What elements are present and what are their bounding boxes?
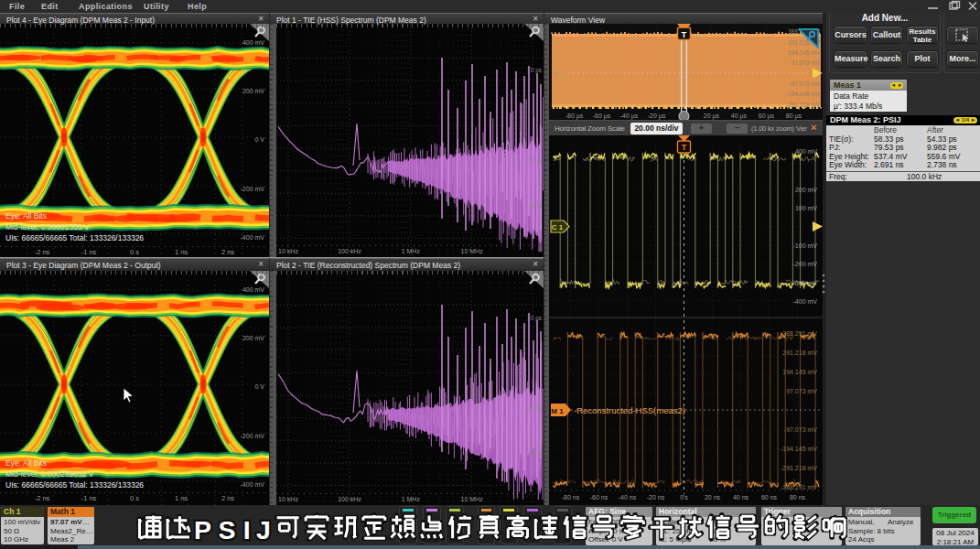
svg-text:291.218 mV: 291.218 mV bbox=[782, 350, 817, 356]
svg-text:C 1: C 1 bbox=[552, 223, 564, 231]
svg-text:400 mV: 400 mV bbox=[242, 39, 264, 46]
svg-text:Eye: All Bits: Eye: All Bits bbox=[5, 211, 47, 221]
svg-text:2 ns: 2 ns bbox=[221, 248, 234, 256]
svg-text:-200 mV: -200 mV bbox=[241, 433, 265, 439]
svg-text:Mid-level: 0.00001355 V: Mid-level: 0.00001355 V bbox=[5, 222, 90, 231]
svg-text:-200 mV: -200 mV bbox=[793, 261, 818, 267]
svg-text:97.073 mV: 97.073 mV bbox=[786, 388, 817, 394]
svg-text:J: J bbox=[256, 515, 271, 544]
svg-text:S: S bbox=[218, 515, 235, 544]
svg-text:1 MHz: 1 MHz bbox=[402, 248, 421, 254]
svg-text:0 V: 0 V bbox=[254, 136, 264, 143]
svg-text:388.291 mV: 388.291 mV bbox=[782, 330, 817, 337]
svg-text:-40 ns: -40 ns bbox=[619, 494, 637, 501]
svg-text:100 kHz: 100 kHz bbox=[338, 496, 361, 502]
svg-text:0 s: 0 s bbox=[130, 248, 139, 256]
svg-text:-194.145 mV: -194.145 mV bbox=[781, 446, 817, 452]
svg-text:10 kHz: 10 kHz bbox=[278, 248, 298, 254]
svg-text:100 kHz: 100 kHz bbox=[338, 248, 361, 254]
svg-text:1 ns: 1 ns bbox=[175, 494, 188, 502]
svg-text:-1 ns: -1 ns bbox=[81, 494, 97, 502]
svg-text:T: T bbox=[682, 143, 687, 152]
svg-text:T: T bbox=[682, 29, 687, 39]
svg-text:10 fs: 10 fs bbox=[529, 450, 543, 457]
svg-text:-97.073 mV: -97.073 mV bbox=[789, 81, 820, 87]
svg-text:400 mV: 400 mV bbox=[795, 148, 817, 155]
svg-text:97.073 mV: 97.073 mV bbox=[792, 59, 821, 66]
svg-text:40 µs: 40 µs bbox=[731, 113, 748, 120]
svg-text:-60 µs: -60 µs bbox=[593, 113, 611, 120]
svg-text:M 1: M 1 bbox=[551, 407, 564, 415]
svg-text:-1 ns: -1 ns bbox=[81, 248, 97, 256]
svg-text:-291.218 mV: -291.218 mV bbox=[781, 465, 817, 471]
svg-text:0 s: 0 s bbox=[130, 494, 139, 502]
svg-text:-80 µs: -80 µs bbox=[565, 113, 584, 120]
svg-text:60 µs: 60 µs bbox=[759, 113, 775, 120]
svg-text:0 V: 0 V bbox=[254, 383, 264, 390]
svg-text:20 µs: 20 µs bbox=[704, 113, 720, 120]
svg-text:-400 mV: -400 mV bbox=[241, 481, 265, 488]
svg-text:-2 ns: -2 ns bbox=[35, 494, 50, 502]
svg-text:-300 mV: -300 mV bbox=[793, 280, 818, 286]
svg-text:2 ns: 2 ns bbox=[221, 494, 234, 502]
svg-text:10 fs: 10 fs bbox=[529, 202, 543, 209]
svg-text:10 MHz: 10 MHz bbox=[461, 496, 484, 502]
svg-text:-60 ns: -60 ns bbox=[590, 494, 608, 501]
svg-text:-291.218 mV: -291.218 mV bbox=[786, 102, 821, 108]
svg-text:200 mV: 200 mV bbox=[795, 187, 817, 193]
svg-text:80 ns: 80 ns bbox=[790, 494, 806, 501]
svg-text:1 ns: 1 ns bbox=[175, 248, 188, 256]
svg-text:Mid-level: 0.000289832 V: Mid-level: 0.000289832 V bbox=[5, 469, 94, 479]
svg-text:I: I bbox=[243, 515, 251, 544]
svg-text:-400 mV: -400 mV bbox=[241, 234, 265, 241]
svg-text:80 µs: 80 µs bbox=[786, 113, 802, 120]
svg-text:-Reconstructed-HSS(meas2): -Reconstructed-HSS(meas2) bbox=[574, 405, 685, 415]
svg-text:100 mV: 100 mV bbox=[795, 205, 817, 211]
svg-text:-20 ns: -20 ns bbox=[647, 494, 665, 501]
svg-text:-100 mV: -100 mV bbox=[793, 242, 818, 249]
svg-text:UIs: 66665/66665 Total: 133: UIs: 66665/66665 Total: 133326/133326 bbox=[5, 480, 144, 490]
svg-text:10 ps: 10 ps bbox=[527, 67, 543, 74]
svg-text:-194.146 mV: -194.146 mV bbox=[786, 91, 821, 97]
svg-text:M 1: M 1 bbox=[554, 70, 565, 78]
svg-text:UIs: 66665/66665 Total: 133: UIs: 66665/66665 Total: 133326/133326 bbox=[5, 233, 144, 242]
svg-text:-80 ns: -80 ns bbox=[562, 494, 580, 501]
svg-text:40 ns: 40 ns bbox=[733, 494, 749, 501]
svg-text:10 kHz: 10 kHz bbox=[278, 496, 298, 502]
svg-text:-40 µs: -40 µs bbox=[620, 113, 639, 120]
svg-text:-2 ns: -2 ns bbox=[35, 248, 50, 256]
svg-text:-400 mV: -400 mV bbox=[793, 298, 818, 305]
svg-text:-200 mV: -200 mV bbox=[241, 186, 265, 192]
svg-text:20 ns: 20 ns bbox=[705, 494, 721, 501]
svg-text:194.145 mV: 194.145 mV bbox=[782, 369, 817, 375]
svg-text:1 MHz: 1 MHz bbox=[402, 496, 421, 502]
svg-text:60 ns: 60 ns bbox=[761, 494, 778, 501]
svg-text:100 fs: 100 fs bbox=[525, 157, 542, 164]
svg-text:-388.291 mV: -388.291 mV bbox=[781, 484, 817, 490]
svg-text:200 mV: 200 mV bbox=[242, 88, 264, 94]
svg-text:-20 µs: -20 µs bbox=[648, 113, 666, 120]
svg-text:0's: 0's bbox=[680, 494, 688, 501]
svg-text:Eye: All Bits: Eye: All Bits bbox=[5, 458, 47, 468]
svg-text:194.145 mV: 194.145 mV bbox=[788, 49, 821, 56]
svg-text:400 mV: 400 mV bbox=[242, 286, 264, 293]
svg-text:100 fs: 100 fs bbox=[525, 405, 542, 412]
svg-text:P: P bbox=[194, 515, 211, 544]
svg-text:-97.073 mV: -97.073 mV bbox=[784, 426, 818, 433]
svg-text:10 ps: 10 ps bbox=[527, 315, 543, 322]
svg-text:200 mV: 200 mV bbox=[242, 335, 264, 341]
svg-text:10 MHz: 10 MHz bbox=[461, 248, 484, 254]
